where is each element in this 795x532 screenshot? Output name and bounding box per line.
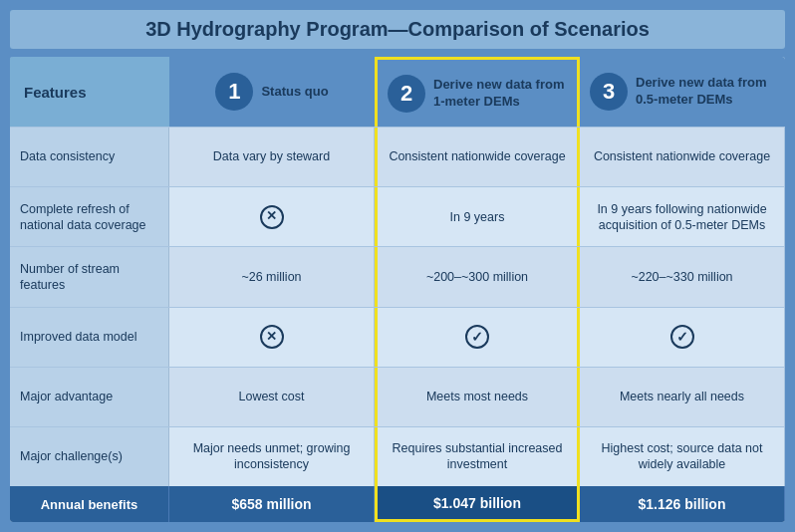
footer-col1: $658 million	[169, 486, 375, 522]
col2-cell-4: Meets most needs	[375, 368, 580, 426]
scenario-3-badge: 3	[590, 73, 628, 111]
table-row: Improved data model✕✓✓	[10, 307, 785, 367]
col3-cell-1: In 9 years following nationwide acquisit…	[580, 187, 785, 246]
feature-label: Complete refresh of national data covera…	[10, 187, 169, 246]
table-row: Data consistencyData vary by stewardCons…	[10, 127, 785, 186]
comparison-table: Features 1 Status quo 2 Derive new data …	[10, 57, 785, 522]
col1-header-text: Status quo	[261, 84, 328, 101]
col1-cell-5: Major needs unmet; growing inconsistency	[169, 427, 375, 486]
col2-header-text: Derive new data from 1-meter DEMs	[433, 77, 567, 111]
col2-cell-3: ✓	[375, 308, 580, 367]
col3-cell-0: Consistent nationwide coverage	[580, 128, 785, 186]
col1-cell-0: Data vary by steward	[169, 128, 375, 186]
table-row: Complete refresh of national data covera…	[10, 186, 785, 246]
table-body: Data consistencyData vary by stewardCons…	[10, 127, 785, 486]
footer-col3: $1.126 billion	[580, 486, 785, 522]
feature-label: Improved data model	[10, 308, 169, 367]
page-container: 3D Hydrography Program—Comparison of Sce…	[0, 0, 795, 532]
col2-cell-5: Requires substantial increased investmen…	[375, 427, 580, 486]
page-title: 3D Hydrography Program—Comparison of Sce…	[10, 10, 785, 49]
features-header: Features	[10, 57, 169, 127]
table-header: Features 1 Status quo 2 Derive new data …	[10, 57, 785, 127]
feature-label: Number of stream features	[10, 247, 169, 306]
scenario-2-badge: 2	[388, 75, 425, 113]
scenario-1-badge: 1	[215, 73, 253, 111]
col3-cell-3: ✓	[580, 308, 785, 367]
check-icon: ✓	[670, 325, 694, 349]
col2-cell-1: In 9 years	[375, 187, 580, 246]
col3-cell-5: Highest cost; source data not widely ava…	[580, 427, 785, 486]
table-row: Major challenge(s)Major needs unmet; gro…	[10, 426, 785, 486]
col2-header: 2 Derive new data from 1-meter DEMs	[375, 57, 580, 127]
col1-cell-3: ✕	[169, 308, 375, 367]
col3-cell-2: ~220–~330 million	[580, 247, 785, 306]
table-row: Major advantageLowest costMeets most nee…	[10, 367, 785, 426]
col1-cell-1: ✕	[169, 187, 375, 246]
check-icon: ✓	[465, 325, 489, 349]
table-footer: Annual benefits $658 million $1.047 bill…	[10, 486, 785, 522]
x-icon: ✕	[260, 325, 284, 349]
footer-label: Annual benefits	[10, 486, 169, 522]
col1-cell-4: Lowest cost	[169, 368, 375, 426]
col2-cell-0: Consistent nationwide coverage	[375, 128, 580, 186]
x-icon: ✕	[260, 205, 284, 229]
table-row: Number of stream features~26 million~200…	[10, 246, 785, 306]
footer-col2: $1.047 billion	[375, 486, 580, 522]
col1-cell-2: ~26 million	[169, 247, 375, 306]
feature-label: Data consistency	[10, 128, 169, 186]
feature-label: Major challenge(s)	[10, 427, 169, 486]
col3-cell-4: Meets nearly all needs	[580, 368, 785, 426]
col2-cell-2: ~200–~300 million	[375, 247, 580, 306]
col3-header: 3 Derive new data from 0.5-meter DEMs	[580, 57, 785, 127]
feature-label: Major advantage	[10, 368, 169, 426]
col1-header: 1 Status quo	[169, 57, 375, 127]
col3-header-text: Derive new data from 0.5-meter DEMs	[636, 75, 775, 109]
